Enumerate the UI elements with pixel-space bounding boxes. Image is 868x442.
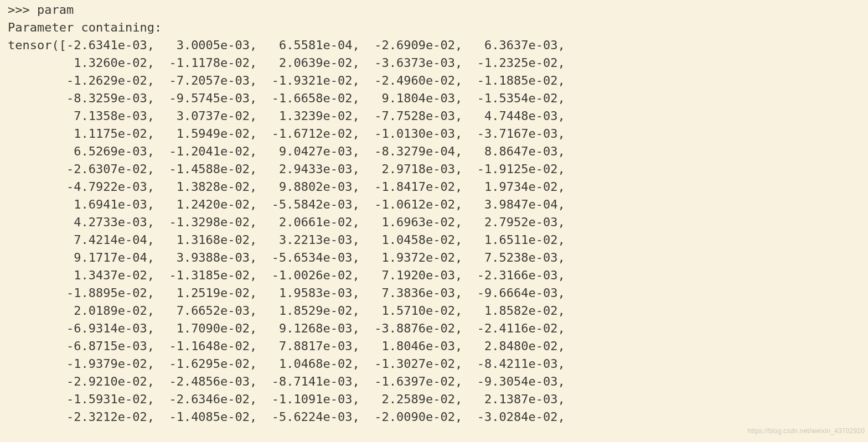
code-output: >>> param Parameter containing: tensor([… (0, 0, 868, 426)
